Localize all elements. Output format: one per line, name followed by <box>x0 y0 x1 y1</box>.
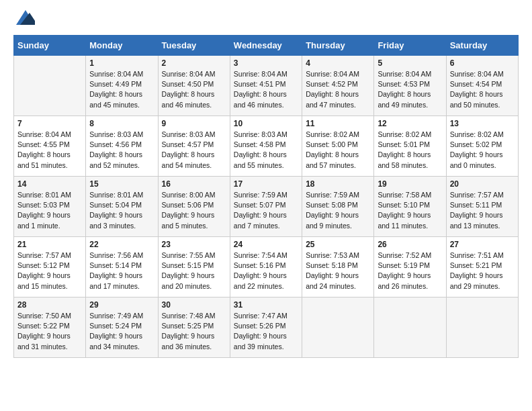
day-number: 27 <box>450 240 515 249</box>
weekday-header-friday: Friday <box>374 36 446 56</box>
calendar-cell: 18Sunrise: 7:59 AM Sunset: 5:08 PM Dayli… <box>302 177 374 237</box>
day-number: 26 <box>378 240 442 249</box>
calendar-cell: 5Sunrise: 8:04 AM Sunset: 4:53 PM Daylig… <box>374 56 446 116</box>
day-number: 12 <box>378 119 442 128</box>
day-number: 29 <box>89 300 154 310</box>
day-number: 3 <box>234 58 298 68</box>
calendar-cell: 22Sunrise: 7:56 AM Sunset: 5:14 PM Dayli… <box>86 237 158 298</box>
day-info: Sunrise: 7:59 AM Sunset: 5:08 PM Dayligh… <box>306 190 370 231</box>
day-number: 6 <box>450 58 515 68</box>
calendar-cell: 24Sunrise: 7:54 AM Sunset: 5:16 PM Dayli… <box>230 237 302 298</box>
calendar-cell <box>302 298 374 358</box>
logo <box>13 13 35 28</box>
day-number: 11 <box>306 119 370 128</box>
calendar-cell: 17Sunrise: 7:59 AM Sunset: 5:07 PM Dayli… <box>230 177 302 237</box>
day-number: 23 <box>162 240 226 249</box>
day-number: 31 <box>234 300 298 310</box>
calendar-cell: 26Sunrise: 7:52 AM Sunset: 5:19 PM Dayli… <box>374 237 446 298</box>
calendar-cell: 25Sunrise: 7:53 AM Sunset: 5:18 PM Dayli… <box>302 237 374 298</box>
day-info: Sunrise: 8:01 AM Sunset: 5:04 PM Dayligh… <box>89 190 154 231</box>
day-info: Sunrise: 7:55 AM Sunset: 5:15 PM Dayligh… <box>162 250 226 291</box>
day-info: Sunrise: 8:03 AM Sunset: 4:57 PM Dayligh… <box>162 130 226 171</box>
day-number: 7 <box>17 119 82 128</box>
calendar-cell: 20Sunrise: 7:57 AM Sunset: 5:11 PM Dayli… <box>446 177 518 237</box>
calendar-week-row: 7Sunrise: 8:04 AM Sunset: 4:55 PM Daylig… <box>14 116 519 177</box>
calendar-cell <box>446 298 518 358</box>
day-info: Sunrise: 7:53 AM Sunset: 5:18 PM Dayligh… <box>306 250 370 291</box>
calendar-cell: 10Sunrise: 8:03 AM Sunset: 4:58 PM Dayli… <box>230 116 302 177</box>
day-info: Sunrise: 8:02 AM Sunset: 5:01 PM Dayligh… <box>378 130 442 171</box>
calendar-cell: 27Sunrise: 7:51 AM Sunset: 5:21 PM Dayli… <box>446 237 518 298</box>
calendar-table: SundayMondayTuesdayWednesdayThursdayFrid… <box>13 35 519 358</box>
calendar-cell <box>14 56 86 116</box>
day-info: Sunrise: 8:02 AM Sunset: 5:02 PM Dayligh… <box>450 130 515 171</box>
calendar-cell: 9Sunrise: 8:03 AM Sunset: 4:57 PM Daylig… <box>158 116 230 177</box>
day-number: 25 <box>306 240 370 249</box>
weekday-header-wednesday: Wednesday <box>230 36 302 56</box>
calendar-cell: 4Sunrise: 8:04 AM Sunset: 4:52 PM Daylig… <box>302 56 374 116</box>
calendar-cell: 29Sunrise: 7:49 AM Sunset: 5:24 PM Dayli… <box>86 298 158 358</box>
calendar-cell: 16Sunrise: 8:00 AM Sunset: 5:06 PM Dayli… <box>158 177 230 237</box>
page-header <box>13 13 519 28</box>
calendar-cell: 30Sunrise: 7:48 AM Sunset: 5:25 PM Dayli… <box>158 298 230 358</box>
day-number: 22 <box>89 240 154 249</box>
day-number: 8 <box>89 119 154 128</box>
day-number: 9 <box>162 119 226 128</box>
logo-icon <box>16 10 35 25</box>
day-number: 13 <box>450 119 515 128</box>
day-info: Sunrise: 7:54 AM Sunset: 5:16 PM Dayligh… <box>234 250 298 291</box>
day-info: Sunrise: 8:04 AM Sunset: 4:52 PM Dayligh… <box>306 69 370 110</box>
calendar-cell: 13Sunrise: 8:02 AM Sunset: 5:02 PM Dayli… <box>446 116 518 177</box>
day-number: 4 <box>306 58 370 68</box>
day-info: Sunrise: 8:00 AM Sunset: 5:06 PM Dayligh… <box>162 190 226 231</box>
day-info: Sunrise: 8:04 AM Sunset: 4:51 PM Dayligh… <box>234 69 298 110</box>
day-number: 24 <box>234 240 298 249</box>
day-number: 5 <box>378 58 442 68</box>
day-info: Sunrise: 8:03 AM Sunset: 4:58 PM Dayligh… <box>234 130 298 171</box>
weekday-header-thursday: Thursday <box>302 36 374 56</box>
day-info: Sunrise: 8:02 AM Sunset: 5:00 PM Dayligh… <box>306 130 370 171</box>
calendar-cell: 8Sunrise: 8:03 AM Sunset: 4:56 PM Daylig… <box>86 116 158 177</box>
day-info: Sunrise: 8:04 AM Sunset: 4:55 PM Dayligh… <box>17 130 82 171</box>
day-info: Sunrise: 7:57 AM Sunset: 5:12 PM Dayligh… <box>17 250 82 291</box>
calendar-cell: 3Sunrise: 8:04 AM Sunset: 4:51 PM Daylig… <box>230 56 302 116</box>
weekday-header-row: SundayMondayTuesdayWednesdayThursdayFrid… <box>14 36 519 56</box>
day-info: Sunrise: 8:01 AM Sunset: 5:03 PM Dayligh… <box>17 190 82 231</box>
day-info: Sunrise: 7:56 AM Sunset: 5:14 PM Dayligh… <box>89 250 154 291</box>
day-info: Sunrise: 7:48 AM Sunset: 5:25 PM Dayligh… <box>162 311 226 352</box>
calendar-cell: 7Sunrise: 8:04 AM Sunset: 4:55 PM Daylig… <box>14 116 86 177</box>
day-info: Sunrise: 8:03 AM Sunset: 4:56 PM Dayligh… <box>89 130 154 171</box>
weekday-header-saturday: Saturday <box>446 36 518 56</box>
calendar-week-row: 21Sunrise: 7:57 AM Sunset: 5:12 PM Dayli… <box>14 237 519 298</box>
day-info: Sunrise: 7:51 AM Sunset: 5:21 PM Dayligh… <box>450 250 515 291</box>
calendar-cell: 14Sunrise: 8:01 AM Sunset: 5:03 PM Dayli… <box>14 177 86 237</box>
weekday-header-tuesday: Tuesday <box>158 36 230 56</box>
calendar-week-row: 28Sunrise: 7:50 AM Sunset: 5:22 PM Dayli… <box>14 298 519 358</box>
day-info: Sunrise: 7:50 AM Sunset: 5:22 PM Dayligh… <box>17 311 82 352</box>
day-info: Sunrise: 8:04 AM Sunset: 4:53 PM Dayligh… <box>378 69 442 110</box>
day-number: 28 <box>17 300 82 310</box>
day-number: 16 <box>162 179 226 189</box>
calendar-cell: 23Sunrise: 7:55 AM Sunset: 5:15 PM Dayli… <box>158 237 230 298</box>
day-number: 15 <box>89 179 154 189</box>
day-number: 10 <box>234 119 298 128</box>
calendar-cell: 21Sunrise: 7:57 AM Sunset: 5:12 PM Dayli… <box>14 237 86 298</box>
day-number: 30 <box>162 300 226 310</box>
day-info: Sunrise: 7:49 AM Sunset: 5:24 PM Dayligh… <box>89 311 154 352</box>
calendar-cell <box>374 298 446 358</box>
weekday-header-monday: Monday <box>86 36 158 56</box>
day-number: 17 <box>234 179 298 189</box>
day-number: 2 <box>162 58 226 68</box>
day-info: Sunrise: 8:04 AM Sunset: 4:49 PM Dayligh… <box>89 69 154 110</box>
weekday-header-sunday: Sunday <box>14 36 86 56</box>
day-info: Sunrise: 7:58 AM Sunset: 5:10 PM Dayligh… <box>378 190 442 231</box>
day-info: Sunrise: 7:47 AM Sunset: 5:26 PM Dayligh… <box>234 311 298 352</box>
calendar-cell: 31Sunrise: 7:47 AM Sunset: 5:26 PM Dayli… <box>230 298 302 358</box>
day-info: Sunrise: 7:59 AM Sunset: 5:07 PM Dayligh… <box>234 190 298 231</box>
calendar-cell: 19Sunrise: 7:58 AM Sunset: 5:10 PM Dayli… <box>374 177 446 237</box>
day-info: Sunrise: 8:04 AM Sunset: 4:50 PM Dayligh… <box>162 69 226 110</box>
calendar-cell: 12Sunrise: 8:02 AM Sunset: 5:01 PM Dayli… <box>374 116 446 177</box>
day-info: Sunrise: 7:57 AM Sunset: 5:11 PM Dayligh… <box>450 190 515 231</box>
calendar-cell: 2Sunrise: 8:04 AM Sunset: 4:50 PM Daylig… <box>158 56 230 116</box>
calendar-cell: 1Sunrise: 8:04 AM Sunset: 4:49 PM Daylig… <box>86 56 158 116</box>
